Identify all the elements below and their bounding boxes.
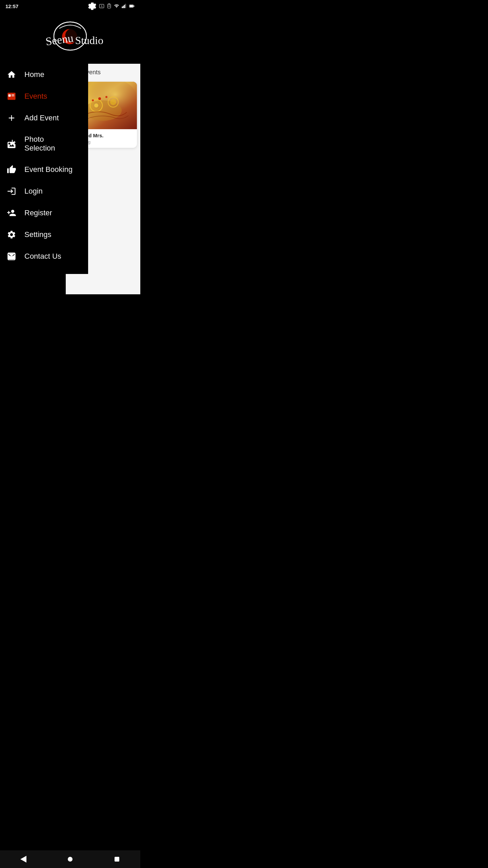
login-svg-icon <box>7 186 16 196</box>
svg-point-33 <box>98 97 101 100</box>
event-booking-icon <box>5 165 18 174</box>
events-icon <box>5 92 18 101</box>
register-label: Register <box>24 209 52 217</box>
clipboard-icon <box>106 3 112 9</box>
add-svg-icon <box>7 113 16 123</box>
svg-rect-20 <box>8 94 11 97</box>
svg-rect-9 <box>125 4 126 8</box>
font-icon: A <box>99 3 104 9</box>
sidebar-item-event-booking[interactable]: Event Booking <box>5 159 88 180</box>
sidebar-item-add-event[interactable]: Add Event <box>5 107 88 129</box>
sidebar-item-register[interactable]: Register <box>5 202 88 224</box>
svg-rect-6 <box>122 6 123 8</box>
photo-selection-label: PhotoSelection <box>24 135 55 153</box>
add-event-icon <box>5 113 18 123</box>
svg-text:Seenu: Seenu <box>45 32 74 48</box>
events-label: Events <box>24 92 47 101</box>
event-booking-label: Event Booking <box>24 165 73 174</box>
main-layout: Home Events Add Event <box>0 64 140 294</box>
logo: Seenu Studio <box>29 20 111 53</box>
sidebar-item-photo-selection[interactable]: PhotoSelection <box>5 129 88 159</box>
home-icon <box>5 70 18 79</box>
status-time: 12:57 <box>5 3 18 9</box>
svg-rect-7 <box>123 6 124 8</box>
svg-point-30 <box>94 103 98 107</box>
svg-rect-11 <box>134 5 134 7</box>
battery-icon <box>129 3 135 9</box>
photo-selection-icon <box>5 139 18 149</box>
status-bar: 12:57 A <box>0 0 140 12</box>
register-svg-icon <box>7 208 16 218</box>
wifi-icon <box>114 3 119 9</box>
add-event-label: Add Event <box>24 114 59 122</box>
home-label: Home <box>24 70 44 79</box>
home-svg-icon <box>7 70 16 79</box>
sidebar-item-home[interactable]: Home <box>5 64 88 85</box>
contact-svg-icon <box>7 252 16 261</box>
svg-text:A: A <box>101 5 103 8</box>
settings-nav-label: Settings <box>24 230 52 239</box>
svg-rect-2 <box>107 4 110 8</box>
sidebar-item-settings[interactable]: Settings <box>5 224 88 245</box>
svg-rect-12 <box>130 5 133 7</box>
photo-svg-icon <box>7 139 16 149</box>
svg-rect-8 <box>124 5 125 8</box>
contact-us-label: Contact Us <box>24 252 61 261</box>
register-icon <box>5 208 18 218</box>
settings-nav-svg-icon <box>7 230 16 239</box>
events-svg-icon <box>7 92 16 101</box>
signal-icon <box>121 3 127 9</box>
booking-svg-icon <box>7 165 16 174</box>
svg-point-24 <box>11 254 13 256</box>
login-icon <box>5 186 18 196</box>
sidebar-item-contact-us[interactable]: Contact Us <box>5 245 88 267</box>
settings-nav-icon <box>5 230 18 239</box>
sidebar: Home Events Add Event <box>0 64 88 274</box>
svg-point-34 <box>105 96 107 98</box>
sidebar-item-events[interactable]: Events <box>5 85 88 107</box>
logo-area: Seenu Studio <box>0 12 140 64</box>
status-icons: A <box>87 1 135 11</box>
svg-point-35 <box>92 99 94 101</box>
svg-point-32 <box>110 99 116 105</box>
settings-icon <box>87 1 97 11</box>
sidebar-item-login[interactable]: Login <box>5 180 88 202</box>
svg-text:Studio: Studio <box>75 34 103 46</box>
svg-rect-3 <box>108 4 110 5</box>
contact-icon <box>5 252 18 261</box>
login-label: Login <box>24 187 43 196</box>
